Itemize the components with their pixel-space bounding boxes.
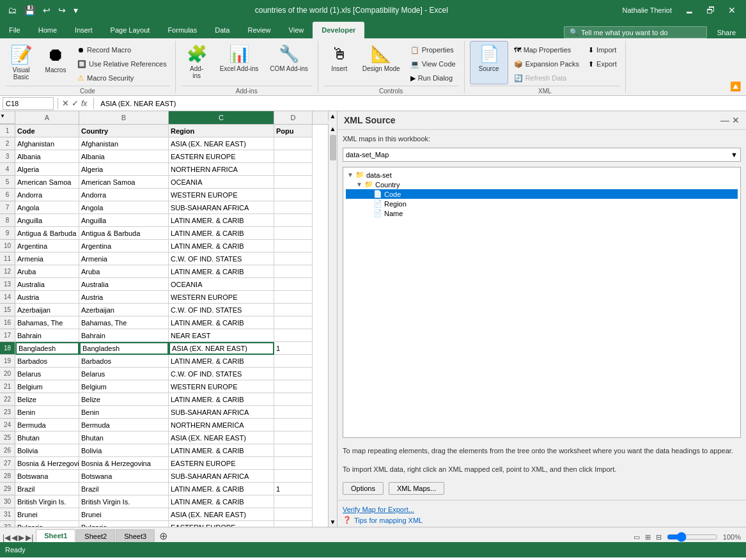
cell-22-a[interactable]: Belize — [15, 393, 79, 406]
cell-30-d[interactable] — [274, 495, 313, 508]
cell-21-d[interactable] — [274, 380, 313, 393]
cell-28-a[interactable]: Botswana — [15, 470, 79, 483]
cell-20-d[interactable] — [274, 368, 313, 380]
col-header-b[interactable]: B — [79, 111, 169, 124]
cell-17-a[interactable]: Bahrain — [15, 329, 79, 342]
next-sheet-button[interactable]: ▶ — [19, 533, 24, 542]
cell-23-a[interactable]: Benin — [15, 406, 79, 419]
view-code-button[interactable]: 💻 View Code — [407, 58, 459, 70]
tab-data[interactable]: Data — [206, 22, 238, 38]
row-header-16[interactable]: 16 — [0, 316, 15, 329]
cell-18-d[interactable]: 1 — [274, 342, 313, 355]
cell-25-c[interactable]: ASIA (EX. NEAR EAST) — [169, 432, 274, 444]
vertical-scrollbar[interactable]: ▲ ▼ — [328, 124, 337, 527]
cell-1-a[interactable]: Code — [15, 125, 79, 137]
cell-26-c[interactable]: LATIN AMER. & CARIB — [169, 444, 274, 457]
cell-27-c[interactable]: EASTERN EUROPE — [169, 457, 274, 470]
cell-13-c[interactable]: OCEANIA — [169, 278, 274, 291]
cell-16-b[interactable]: Bahamas, The — [79, 316, 169, 329]
cell-4-c[interactable]: NORTHERN AFRICA — [169, 163, 274, 176]
tree-item-region[interactable]: 📄 Region — [346, 199, 738, 208]
select-all-icon[interactable]: ▼ — [0, 113, 5, 119]
scroll-up-button[interactable]: ▲ — [330, 124, 336, 134]
properties-button[interactable]: 📋 Properties — [407, 43, 459, 56]
cell-27-b[interactable]: Bosnia & Herzegovina — [79, 457, 169, 470]
cell-24-c[interactable]: NORTHERN AMERICA — [169, 419, 274, 432]
cell-32-a[interactable]: Bulgaria — [15, 521, 79, 527]
row-header-21[interactable]: 21 — [0, 380, 15, 393]
cell-31-d[interactable] — [274, 508, 313, 521]
row-header-10[interactable]: 10 — [0, 240, 15, 253]
cell-13-a[interactable]: Australia — [15, 278, 79, 291]
cell-18-a[interactable]: Bangladesh — [15, 342, 79, 355]
cell-4-a[interactable]: Algeria — [15, 163, 79, 176]
row-header-27[interactable]: 27 — [0, 457, 15, 470]
cell-6-d[interactable] — [274, 189, 313, 201]
cell-12-b[interactable]: Aruba — [79, 265, 169, 278]
view-page-layout-icon[interactable]: ⊞ — [645, 533, 651, 541]
scroll-up-button[interactable]: ▲ — [329, 111, 337, 121]
cell-26-a[interactable]: Bolivia — [15, 444, 79, 457]
cell-11-b[interactable]: Armenia — [79, 253, 169, 265]
cell-15-a[interactable]: Azerbaijan — [15, 304, 79, 316]
xml-maps-button[interactable]: XML Maps... — [389, 482, 444, 495]
cell-25-d[interactable] — [274, 432, 313, 444]
cell-9-b[interactable]: Antigua & Barbuda — [79, 227, 169, 240]
restore-button[interactable]: 🗗 — [701, 4, 720, 17]
tips-link[interactable]: ❓ Tips for mapping XML — [343, 516, 741, 524]
design-mode-button[interactable]: 📐 Design Mode — [358, 41, 405, 84]
save-button[interactable]: 💾 — [22, 4, 38, 17]
cancel-formula-button[interactable]: ✕ — [62, 98, 69, 108]
row-header-3[interactable]: 3 — [0, 150, 15, 163]
formula-input[interactable] — [98, 100, 743, 107]
tab-formulas[interactable]: Formulas — [159, 22, 206, 38]
ribbon-collapse-icon[interactable]: 🔼 — [730, 81, 741, 91]
cell-28-b[interactable]: Botswana — [79, 470, 169, 483]
cell-25-a[interactable]: Bhutan — [15, 432, 79, 444]
view-page-break-icon[interactable]: ⊟ — [656, 533, 662, 541]
cell-23-d[interactable] — [274, 406, 313, 419]
tab-page-layout[interactable]: Page Layout — [102, 22, 159, 38]
cell-10-a[interactable]: Argentina — [15, 240, 79, 253]
row-header-23[interactable]: 23 — [0, 406, 15, 419]
cell-7-c[interactable]: SUB-SAHARAN AFRICA — [169, 201, 274, 214]
cell-6-c[interactable]: WESTERN EUROPE — [169, 189, 274, 201]
cell-27-a[interactable]: Bosnia & Herzegovi — [15, 457, 79, 470]
macro-security-button[interactable]: ⚠ Macro Security — [74, 72, 170, 84]
cell-32-b[interactable]: Bulgaria — [79, 521, 169, 527]
cell-32-c[interactable]: EASTERN EUROPE — [169, 521, 274, 527]
undo-button[interactable]: ↩ — [40, 4, 53, 17]
cell-26-d[interactable] — [274, 444, 313, 457]
cell-3-a[interactable]: Albania — [15, 150, 79, 163]
cell-11-a[interactable]: Armenia — [15, 253, 79, 265]
cell-11-c[interactable]: C.W. OF IND. STATES — [169, 253, 274, 265]
minimize-button[interactable]: 🗕 — [680, 4, 699, 17]
com-add-ins-button[interactable]: 🔧 COM Add-ins — [265, 41, 312, 84]
source-button[interactable]: 📄 Source — [470, 41, 508, 84]
row-header-20[interactable]: 20 — [0, 368, 15, 380]
tab-file[interactable]: File — [0, 22, 29, 38]
cell-18-c[interactable]: ASIA (EX. NEAR EAST) — [169, 342, 274, 355]
cell-7-a[interactable]: Angola — [15, 201, 79, 214]
cell-32-d[interactable] — [274, 521, 313, 527]
cell-6-a[interactable]: Andorra — [15, 189, 79, 201]
scroll-thumb[interactable] — [330, 135, 336, 160]
cell-1-d[interactable]: Popu — [274, 125, 313, 137]
cell-9-a[interactable]: Antigua & Barbuda — [15, 227, 79, 240]
row-header-28[interactable]: 28 — [0, 470, 15, 483]
cell-7-b[interactable]: Angola — [79, 201, 169, 214]
tab-view[interactable]: View — [280, 22, 313, 38]
prev-sheet-button[interactable]: ◀ — [12, 533, 17, 542]
add-ins-button[interactable]: 🧩 Add-ins — [181, 41, 213, 84]
cell-19-a[interactable]: Barbados — [15, 355, 79, 368]
cell-18-b[interactable]: Bangladesh — [79, 342, 169, 355]
col-header-a[interactable]: A — [15, 111, 79, 124]
cell-27-d[interactable] — [274, 457, 313, 470]
cell-2-a[interactable]: Afghanistan — [15, 137, 79, 150]
xml-map-select[interactable]: data-set_Map ▼ — [343, 148, 741, 162]
cell-30-a[interactable]: British Virgin Is. — [15, 495, 79, 508]
cell-8-d[interactable] — [274, 214, 313, 227]
tree-item-country[interactable]: ▼ 📁 Country — [346, 180, 738, 189]
cell-19-b[interactable]: Barbados — [79, 355, 169, 368]
cell-15-b[interactable]: Azerbaijan — [79, 304, 169, 316]
